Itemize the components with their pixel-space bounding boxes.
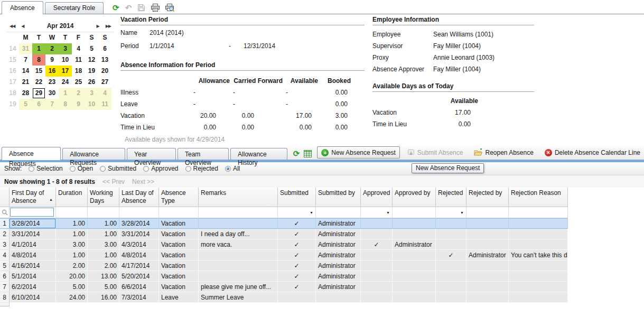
prev-page-link[interactable]: << Prev bbox=[102, 178, 125, 185]
calendar-prev-icon[interactable]: ◀ bbox=[18, 24, 27, 29]
calendar-day[interactable]: 30 bbox=[45, 88, 59, 99]
refresh-icon[interactable]: ⟳ bbox=[113, 4, 119, 12]
filter-cell-rejected[interactable]: ▼ bbox=[436, 207, 466, 218]
calendar-day[interactable]: 5 bbox=[19, 99, 32, 110]
next-page-link[interactable]: Next >> bbox=[132, 178, 154, 185]
calendar-day[interactable]: 7 bbox=[19, 54, 32, 66]
column-header-working-days[interactable]: Working Days bbox=[88, 188, 119, 207]
table-row[interactable]: 76/2/20145.005.006/6/2014Vacationplease … bbox=[0, 282, 568, 292]
filter-cell-working_days[interactable] bbox=[88, 207, 119, 218]
calendar-day[interactable]: 6 bbox=[98, 43, 111, 54]
calendar-day[interactable]: 11 bbox=[98, 99, 111, 110]
dropdown-arrow-icon[interactable]: ▼ bbox=[460, 211, 464, 215]
table-row[interactable]: 34/1/20143.003.004/3/2014Vacationmore va… bbox=[0, 239, 568, 250]
column-header-absence-type[interactable]: Absence Type bbox=[159, 188, 199, 207]
refresh-icon[interactable]: ⟳ bbox=[293, 150, 300, 157]
save-icon[interactable] bbox=[137, 4, 145, 12]
calendar-day[interactable]: 24 bbox=[59, 77, 72, 88]
calendar-day[interactable]: 21 bbox=[19, 77, 32, 88]
column-header-approved-by[interactable]: Approved by bbox=[393, 188, 436, 207]
table-row[interactable]: 65/1/201420.0013.005/20/2014Vacation✓Adm… bbox=[0, 271, 568, 282]
dropdown-arrow-icon[interactable]: ▼ bbox=[310, 211, 313, 215]
calendar-day[interactable]: 1 bbox=[59, 88, 72, 99]
radio-approved[interactable]: Approved bbox=[143, 165, 178, 172]
filter-cell-submitted[interactable]: ▼ bbox=[278, 207, 316, 218]
calendar-next-icon[interactable]: ▶ bbox=[94, 24, 102, 29]
calendar-day[interactable]: 1 bbox=[32, 43, 45, 54]
new-absence-request-button[interactable]: +New Absence Request bbox=[317, 146, 399, 158]
print-icon[interactable] bbox=[151, 4, 160, 12]
calendar-day-today[interactable]: 29 bbox=[32, 88, 45, 99]
calendar-first-icon[interactable]: ◀◀ bbox=[6, 24, 18, 29]
calendar-day[interactable]: 9 bbox=[45, 54, 59, 66]
tab-absence[interactable]: Absence bbox=[2, 1, 43, 14]
calendar-last-icon[interactable]: ▶▶ bbox=[102, 24, 114, 29]
calendar-day[interactable]: 3 bbox=[85, 88, 98, 99]
calendar-day[interactable]: 4 bbox=[72, 43, 85, 54]
filter-cell-type[interactable] bbox=[159, 207, 199, 218]
column-header-last-day-of-absence[interactable]: Last Day of Absence bbox=[119, 188, 159, 207]
radio-submitted[interactable]: Submitted bbox=[100, 165, 136, 172]
calendar-day[interactable]: 31 bbox=[19, 43, 32, 54]
column-header-rejected[interactable]: Rejected bbox=[436, 188, 466, 207]
calendar-day[interactable]: 23 bbox=[45, 77, 59, 88]
radio-open[interactable]: Open bbox=[70, 165, 93, 172]
radio-rejected[interactable]: Rejected bbox=[185, 165, 218, 172]
column-header-submitted-by[interactable]: Submitted by bbox=[316, 188, 361, 207]
table-icon[interactable] bbox=[304, 150, 312, 157]
delete-absence-calendar-line-button[interactable]: ✕Delete Absence Calendar Line bbox=[541, 147, 644, 158]
column-header-rejected-by[interactable]: Rejected by bbox=[466, 188, 509, 207]
calendar-day[interactable]: 3 bbox=[59, 43, 72, 54]
calendar-day[interactable]: 27 bbox=[98, 77, 111, 88]
calendar-day[interactable]: 13 bbox=[98, 54, 111, 66]
dropdown-arrow-icon[interactable]: ▼ bbox=[386, 211, 390, 215]
column-header-remarks[interactable]: Remarks bbox=[199, 188, 278, 207]
tab-year-overview[interactable]: Year Overview bbox=[127, 148, 176, 160]
filter-cell-last_day[interactable] bbox=[119, 207, 159, 218]
column-header-submitted[interactable]: Submitted bbox=[278, 188, 316, 207]
calendar-day[interactable]: 4 bbox=[98, 88, 111, 99]
table-row[interactable]: 44/8/20141.001.004/8/2014Vacation✓Admini… bbox=[0, 250, 568, 260]
table-row[interactable]: 13/28/20141.001.003/28/2014Vacation✓Admi… bbox=[0, 218, 568, 229]
tab-allowance-requests[interactable]: Allowance Requests bbox=[62, 148, 125, 160]
column-header-approved[interactable]: Approved bbox=[361, 188, 393, 207]
calendar-day[interactable]: 18 bbox=[72, 66, 85, 77]
filter-cell-submitted_by[interactable] bbox=[316, 207, 361, 218]
calendar-day[interactable]: 14 bbox=[19, 66, 32, 77]
reopen-absence-button[interactable]: Reopen Absence bbox=[470, 147, 537, 158]
calendar-day[interactable]: 12 bbox=[85, 54, 98, 66]
filter-input-first-day[interactable] bbox=[10, 208, 54, 217]
submit-absence-button[interactable]: Submit Absence bbox=[404, 147, 467, 158]
calendar-day[interactable]: 10 bbox=[85, 99, 98, 110]
tab-team-overview[interactable]: Team Overview bbox=[178, 148, 229, 160]
calendar-day[interactable]: 7 bbox=[45, 99, 59, 110]
column-header-first-day-of-absence[interactable]: First Day of Absence▲ bbox=[10, 188, 56, 207]
calendar-day[interactable]: 5 bbox=[85, 43, 98, 54]
calendar-day[interactable]: 25 bbox=[72, 77, 85, 88]
filter-cell-duration[interactable] bbox=[56, 207, 88, 218]
filter-cell-approved_by[interactable] bbox=[393, 207, 436, 218]
calendar-day[interactable]: 8 bbox=[59, 99, 72, 110]
filter-cell-rejection_reason[interactable] bbox=[509, 207, 568, 218]
column-header-duration[interactable]: Duration bbox=[56, 188, 88, 207]
table-row[interactable]: 23/31/20141.001.003/31/2014VacationI nee… bbox=[0, 229, 568, 239]
radio-all[interactable]: All bbox=[225, 165, 240, 172]
calendar-day[interactable]: 10 bbox=[59, 54, 72, 66]
calendar-day[interactable]: 11 bbox=[72, 54, 85, 66]
calendar-day[interactable]: 26 bbox=[85, 77, 98, 88]
tab-absence-requests[interactable]: Absence Requests bbox=[2, 147, 61, 160]
calendar-day[interactable]: 2 bbox=[45, 43, 59, 54]
undo-icon[interactable]: ↶ bbox=[125, 4, 132, 12]
calendar-day[interactable]: 16 bbox=[45, 66, 59, 77]
calendar-day[interactable]: 17 bbox=[59, 66, 72, 77]
tab-allowance-history[interactable]: Allowance History bbox=[230, 148, 287, 160]
calendar-day[interactable]: 19 bbox=[85, 66, 98, 77]
column-header-rejection-reason[interactable]: Rejection Reason bbox=[509, 188, 568, 207]
filter-cell-approved[interactable]: ▼ bbox=[361, 207, 393, 218]
calendar-day[interactable]: 15 bbox=[32, 66, 45, 77]
calendar-day[interactable]: 22 bbox=[32, 77, 45, 88]
table-row[interactable]: 86/10/201424.0016.007/3/2014LeaveSummer … bbox=[0, 292, 568, 303]
filter-cell-rejected_by[interactable] bbox=[466, 207, 509, 218]
table-row[interactable]: 54/16/20142.002.004/17/2014Vacation✓Admi… bbox=[0, 260, 568, 271]
calendar-day[interactable]: 8 bbox=[32, 54, 45, 66]
